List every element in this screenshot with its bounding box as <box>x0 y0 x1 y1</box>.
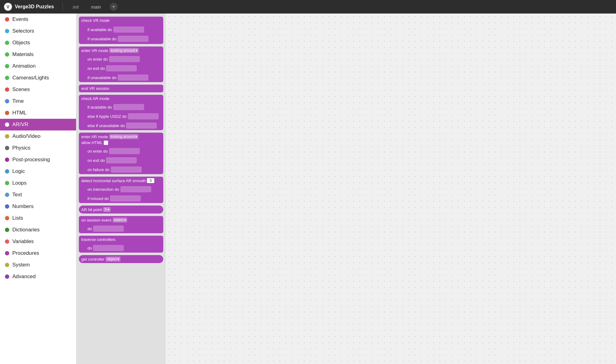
if-unavailable-label: if unavailable do <box>87 37 116 41</box>
sidebar-item-objects[interactable]: Objects <box>0 37 76 49</box>
on-failure-slot <box>111 166 142 173</box>
sidebar-item-materials[interactable]: Materials <box>0 49 76 60</box>
sidebar-label-lists: Lists <box>12 215 23 221</box>
post-dot <box>5 158 9 162</box>
sidebar-item-lists[interactable]: Lists <box>0 212 76 224</box>
ar-hit-row: AR hit point X ▾ <box>79 206 163 214</box>
on-failure-row: on failure do <box>85 165 163 174</box>
sidebar-item-physics[interactable]: Physics <box>0 142 76 154</box>
get-controller-row: get controller object ▾ <box>79 255 163 263</box>
on-exit-label: on exit do <box>87 66 105 71</box>
animation-dot <box>5 64 9 68</box>
on-enter-ar-row: on enter do <box>85 146 163 156</box>
on-session-event-block[interactable]: on session event select ▾ do <box>79 216 163 233</box>
if-available-row: if available do <box>85 25 163 34</box>
detect-horizontal-block[interactable]: detect horizontal surface AR smooth 0 on… <box>79 177 163 203</box>
tab-init[interactable]: init <box>67 2 85 12</box>
get-controller-label: get controller <box>81 257 104 262</box>
sidebar-item-postprocessing[interactable]: Post-processing <box>0 154 76 166</box>
ar-mode-dropdown[interactable]: looking around ▾ <box>109 134 139 139</box>
if-unavailable-vr-row: if unavailable do <box>85 73 163 82</box>
traverse-controllers-block[interactable]: traverse controllers do <box>79 236 163 253</box>
canvas-area[interactable] <box>166 14 616 364</box>
else-apple-slot <box>128 113 159 119</box>
time-dot <box>5 99 9 103</box>
dict-dot <box>5 228 9 232</box>
var-dot <box>5 239 9 244</box>
ar-hit-label: AR hit point <box>81 207 102 212</box>
audiovideo-dot <box>5 134 9 138</box>
sidebar-item-scenes[interactable]: Scenes <box>0 84 76 95</box>
cameras-dot <box>5 76 9 80</box>
smooth-value[interactable]: 0 <box>147 178 154 183</box>
traverse-label: traverse controllers <box>81 237 116 242</box>
sidebar-item-text[interactable]: Text <box>0 189 76 201</box>
do-traverse-row: do <box>85 243 163 253</box>
sidebar-label-objects: Objects <box>12 40 30 46</box>
tab-main[interactable]: main <box>85 2 107 12</box>
events-dot <box>5 17 9 22</box>
sidebar-label-loops: Loops <box>12 180 26 186</box>
sidebar-item-audiovideo[interactable]: Audio/Video <box>0 130 76 142</box>
sidebar-item-advanced[interactable]: Advanced <box>0 271 76 282</box>
sidebar-item-time[interactable]: Time <box>0 95 76 107</box>
ctrl-dropdown-arrow: ▾ <box>117 257 119 261</box>
objects-dot <box>5 41 9 45</box>
app-logo[interactable]: V Verge3D Puzzles <box>4 2 59 11</box>
sidebar-item-numbers[interactable]: Numbers <box>0 201 76 212</box>
sidebar: Events Selectors Objects Materials Anima… <box>0 14 76 364</box>
enter-vr-label: enter VR mode <box>81 48 108 53</box>
sidebar-label-cameras: Cameras/Lights <box>12 75 49 81</box>
sidebar-item-events[interactable]: Events <box>0 14 76 25</box>
session-event-dropdown[interactable]: select ▾ <box>113 218 127 222</box>
sidebar-item-logic[interactable]: Logic <box>0 166 76 177</box>
else-apple-row: else if Apple USDZ do <box>85 112 163 121</box>
sidebar-item-system[interactable]: System <box>0 259 76 271</box>
if-avail-ar-row: if available do <box>85 102 163 112</box>
sidebar-label-materials: Materials <box>12 51 34 58</box>
sidebar-item-loops[interactable]: Loops <box>0 177 76 189</box>
sidebar-label-physics: Physics <box>12 145 30 151</box>
sidebar-label-dict: Dictionaries <box>12 227 40 233</box>
materials-dot <box>5 52 9 57</box>
sidebar-label-logic: Logic <box>12 168 25 174</box>
system-dot <box>5 263 9 267</box>
on-exit-slot <box>106 65 137 71</box>
sidebar-item-cameras-lights[interactable]: Cameras/Lights <box>0 72 76 84</box>
ar-hit-dropdown[interactable]: X ▾ <box>103 207 111 212</box>
end-vr-session-block[interactable]: end VR session <box>79 85 163 92</box>
traverse-header: traverse controllers <box>79 236 163 243</box>
get-controller-block[interactable]: get controller object ▾ <box>79 255 163 263</box>
sidebar-label-animation: Animation <box>12 63 36 69</box>
add-tab-button[interactable]: + <box>110 3 118 11</box>
if-unavail-vr-slot <box>118 74 148 81</box>
if-available-label: if available do <box>87 27 112 32</box>
sidebar-item-animation[interactable]: Animation <box>0 60 76 72</box>
ar-hit-point-block[interactable]: AR hit point X ▾ <box>79 206 163 214</box>
sidebar-label-var: Variables <box>12 238 34 245</box>
end-vr-row: end VR session <box>79 85 163 92</box>
check-ar-label: check AR mode <box>81 96 109 101</box>
controller-dropdown[interactable]: object ▾ <box>106 257 120 262</box>
logo-icon: V <box>4 2 12 11</box>
sidebar-item-variables[interactable]: Variables <box>0 236 76 247</box>
main-area: Events Selectors Objects Materials Anima… <box>0 14 616 364</box>
sidebar-item-html[interactable]: HTML <box>0 107 76 119</box>
check-vr-mode-block[interactable]: check VR mode if available do if unavail… <box>79 17 163 44</box>
on-exit-row: on exit do <box>85 64 163 73</box>
check-ar-mode-block[interactable]: check AR mode if available do else if Ap… <box>79 95 163 130</box>
ar-dropdown-arrow: ▾ <box>135 134 137 139</box>
sidebar-item-selectors[interactable]: Selectors <box>0 25 76 37</box>
sidebar-item-arvr[interactable]: AR/VR <box>0 119 76 130</box>
sidebar-item-dictionaries[interactable]: Dictionaries <box>0 224 76 236</box>
looking-around-dropdown[interactable]: looking around ▾ <box>109 48 139 53</box>
enter-ar-header: enter AR mode looking around ▾ allow HTM… <box>79 133 163 146</box>
enter-vr-mode-block[interactable]: enter VR mode looking around ▾ on enter … <box>79 46 163 82</box>
detect-horiz-header: detect horizontal surface AR smooth 0 <box>79 177 163 185</box>
on-enter-label: on enter do <box>87 57 108 62</box>
enter-ar-mode-block[interactable]: enter AR mode looking around ▾ allow HTM… <box>79 133 163 174</box>
sidebar-item-procedures[interactable]: Procedures <box>0 247 76 259</box>
allow-html-checkbox[interactable] <box>104 141 108 145</box>
physics-dot <box>5 146 9 150</box>
session-event-header: on session event select ▾ <box>79 216 163 224</box>
